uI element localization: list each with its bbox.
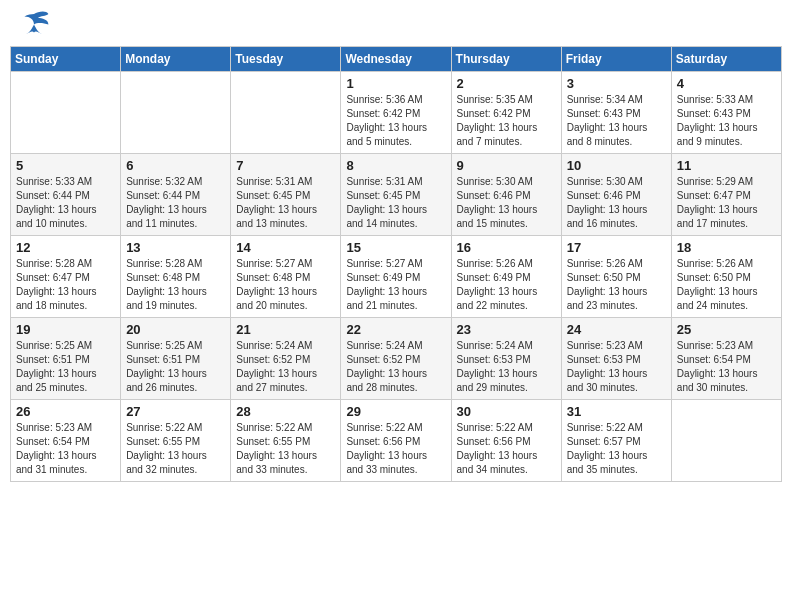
weekday-header-row: SundayMondayTuesdayWednesdayThursdayFrid… xyxy=(11,47,782,72)
day-number: 5 xyxy=(16,158,115,173)
day-number: 14 xyxy=(236,240,335,255)
day-number: 17 xyxy=(567,240,666,255)
calendar-week-row: 5Sunrise: 5:33 AM Sunset: 6:44 PM Daylig… xyxy=(11,154,782,236)
day-number: 24 xyxy=(567,322,666,337)
day-info: Sunrise: 5:22 AM Sunset: 6:56 PM Dayligh… xyxy=(346,421,445,477)
day-info: Sunrise: 5:33 AM Sunset: 6:44 PM Dayligh… xyxy=(16,175,115,231)
day-info: Sunrise: 5:24 AM Sunset: 6:52 PM Dayligh… xyxy=(236,339,335,395)
day-number: 9 xyxy=(457,158,556,173)
day-info: Sunrise: 5:32 AM Sunset: 6:44 PM Dayligh… xyxy=(126,175,225,231)
day-info: Sunrise: 5:23 AM Sunset: 6:54 PM Dayligh… xyxy=(16,421,115,477)
calendar-cell: 25Sunrise: 5:23 AM Sunset: 6:54 PM Dayli… xyxy=(671,318,781,400)
page-header xyxy=(10,10,782,38)
calendar-cell: 12Sunrise: 5:28 AM Sunset: 6:47 PM Dayli… xyxy=(11,236,121,318)
day-info: Sunrise: 5:36 AM Sunset: 6:42 PM Dayligh… xyxy=(346,93,445,149)
day-info: Sunrise: 5:27 AM Sunset: 6:48 PM Dayligh… xyxy=(236,257,335,313)
day-info: Sunrise: 5:28 AM Sunset: 6:48 PM Dayligh… xyxy=(126,257,225,313)
calendar-cell: 10Sunrise: 5:30 AM Sunset: 6:46 PM Dayli… xyxy=(561,154,671,236)
day-info: Sunrise: 5:30 AM Sunset: 6:46 PM Dayligh… xyxy=(457,175,556,231)
logo xyxy=(14,10,52,38)
weekday-header-tuesday: Tuesday xyxy=(231,47,341,72)
weekday-header-thursday: Thursday xyxy=(451,47,561,72)
day-info: Sunrise: 5:30 AM Sunset: 6:46 PM Dayligh… xyxy=(567,175,666,231)
calendar-cell: 4Sunrise: 5:33 AM Sunset: 6:43 PM Daylig… xyxy=(671,72,781,154)
day-number: 13 xyxy=(126,240,225,255)
day-info: Sunrise: 5:27 AM Sunset: 6:49 PM Dayligh… xyxy=(346,257,445,313)
day-info: Sunrise: 5:22 AM Sunset: 6:56 PM Dayligh… xyxy=(457,421,556,477)
calendar-cell: 6Sunrise: 5:32 AM Sunset: 6:44 PM Daylig… xyxy=(121,154,231,236)
day-number: 31 xyxy=(567,404,666,419)
day-number: 30 xyxy=(457,404,556,419)
calendar-cell: 22Sunrise: 5:24 AM Sunset: 6:52 PM Dayli… xyxy=(341,318,451,400)
day-info: Sunrise: 5:25 AM Sunset: 6:51 PM Dayligh… xyxy=(16,339,115,395)
calendar-cell: 13Sunrise: 5:28 AM Sunset: 6:48 PM Dayli… xyxy=(121,236,231,318)
day-number: 1 xyxy=(346,76,445,91)
calendar-cell: 7Sunrise: 5:31 AM Sunset: 6:45 PM Daylig… xyxy=(231,154,341,236)
day-info: Sunrise: 5:35 AM Sunset: 6:42 PM Dayligh… xyxy=(457,93,556,149)
calendar-cell: 26Sunrise: 5:23 AM Sunset: 6:54 PM Dayli… xyxy=(11,400,121,482)
day-info: Sunrise: 5:23 AM Sunset: 6:54 PM Dayligh… xyxy=(677,339,776,395)
day-info: Sunrise: 5:33 AM Sunset: 6:43 PM Dayligh… xyxy=(677,93,776,149)
calendar-cell: 21Sunrise: 5:24 AM Sunset: 6:52 PM Dayli… xyxy=(231,318,341,400)
day-number: 19 xyxy=(16,322,115,337)
day-number: 7 xyxy=(236,158,335,173)
day-info: Sunrise: 5:31 AM Sunset: 6:45 PM Dayligh… xyxy=(236,175,335,231)
day-info: Sunrise: 5:22 AM Sunset: 6:55 PM Dayligh… xyxy=(126,421,225,477)
day-info: Sunrise: 5:34 AM Sunset: 6:43 PM Dayligh… xyxy=(567,93,666,149)
day-number: 15 xyxy=(346,240,445,255)
day-number: 12 xyxy=(16,240,115,255)
calendar-week-row: 12Sunrise: 5:28 AM Sunset: 6:47 PM Dayli… xyxy=(11,236,782,318)
day-number: 4 xyxy=(677,76,776,91)
calendar-cell: 9Sunrise: 5:30 AM Sunset: 6:46 PM Daylig… xyxy=(451,154,561,236)
day-number: 22 xyxy=(346,322,445,337)
weekday-header-monday: Monday xyxy=(121,47,231,72)
weekday-header-friday: Friday xyxy=(561,47,671,72)
calendar-cell: 17Sunrise: 5:26 AM Sunset: 6:50 PM Dayli… xyxy=(561,236,671,318)
calendar-cell: 15Sunrise: 5:27 AM Sunset: 6:49 PM Dayli… xyxy=(341,236,451,318)
day-number: 26 xyxy=(16,404,115,419)
calendar-cell xyxy=(11,72,121,154)
day-info: Sunrise: 5:26 AM Sunset: 6:49 PM Dayligh… xyxy=(457,257,556,313)
calendar-cell: 24Sunrise: 5:23 AM Sunset: 6:53 PM Dayli… xyxy=(561,318,671,400)
calendar-week-row: 19Sunrise: 5:25 AM Sunset: 6:51 PM Dayli… xyxy=(11,318,782,400)
calendar-cell: 8Sunrise: 5:31 AM Sunset: 6:45 PM Daylig… xyxy=(341,154,451,236)
calendar-cell: 1Sunrise: 5:36 AM Sunset: 6:42 PM Daylig… xyxy=(341,72,451,154)
day-number: 3 xyxy=(567,76,666,91)
day-info: Sunrise: 5:22 AM Sunset: 6:55 PM Dayligh… xyxy=(236,421,335,477)
calendar-cell: 28Sunrise: 5:22 AM Sunset: 6:55 PM Dayli… xyxy=(231,400,341,482)
day-number: 6 xyxy=(126,158,225,173)
day-info: Sunrise: 5:31 AM Sunset: 6:45 PM Dayligh… xyxy=(346,175,445,231)
day-number: 11 xyxy=(677,158,776,173)
calendar-table: SundayMondayTuesdayWednesdayThursdayFrid… xyxy=(10,46,782,482)
calendar-cell: 14Sunrise: 5:27 AM Sunset: 6:48 PM Dayli… xyxy=(231,236,341,318)
calendar-cell: 18Sunrise: 5:26 AM Sunset: 6:50 PM Dayli… xyxy=(671,236,781,318)
day-info: Sunrise: 5:25 AM Sunset: 6:51 PM Dayligh… xyxy=(126,339,225,395)
day-number: 2 xyxy=(457,76,556,91)
calendar-cell: 5Sunrise: 5:33 AM Sunset: 6:44 PM Daylig… xyxy=(11,154,121,236)
day-number: 10 xyxy=(567,158,666,173)
calendar-cell: 20Sunrise: 5:25 AM Sunset: 6:51 PM Dayli… xyxy=(121,318,231,400)
calendar-cell: 2Sunrise: 5:35 AM Sunset: 6:42 PM Daylig… xyxy=(451,72,561,154)
day-number: 21 xyxy=(236,322,335,337)
calendar-cell: 30Sunrise: 5:22 AM Sunset: 6:56 PM Dayli… xyxy=(451,400,561,482)
day-number: 25 xyxy=(677,322,776,337)
day-info: Sunrise: 5:24 AM Sunset: 6:52 PM Dayligh… xyxy=(346,339,445,395)
day-number: 28 xyxy=(236,404,335,419)
day-info: Sunrise: 5:24 AM Sunset: 6:53 PM Dayligh… xyxy=(457,339,556,395)
day-info: Sunrise: 5:22 AM Sunset: 6:57 PM Dayligh… xyxy=(567,421,666,477)
day-number: 23 xyxy=(457,322,556,337)
day-number: 16 xyxy=(457,240,556,255)
day-number: 27 xyxy=(126,404,225,419)
calendar-cell xyxy=(121,72,231,154)
day-number: 29 xyxy=(346,404,445,419)
calendar-cell: 11Sunrise: 5:29 AM Sunset: 6:47 PM Dayli… xyxy=(671,154,781,236)
calendar-cell: 31Sunrise: 5:22 AM Sunset: 6:57 PM Dayli… xyxy=(561,400,671,482)
day-number: 8 xyxy=(346,158,445,173)
weekday-header-wednesday: Wednesday xyxy=(341,47,451,72)
logo-bird-icon xyxy=(18,10,50,38)
calendar-cell: 23Sunrise: 5:24 AM Sunset: 6:53 PM Dayli… xyxy=(451,318,561,400)
day-info: Sunrise: 5:28 AM Sunset: 6:47 PM Dayligh… xyxy=(16,257,115,313)
calendar-cell: 19Sunrise: 5:25 AM Sunset: 6:51 PM Dayli… xyxy=(11,318,121,400)
calendar-cell: 27Sunrise: 5:22 AM Sunset: 6:55 PM Dayli… xyxy=(121,400,231,482)
weekday-header-saturday: Saturday xyxy=(671,47,781,72)
